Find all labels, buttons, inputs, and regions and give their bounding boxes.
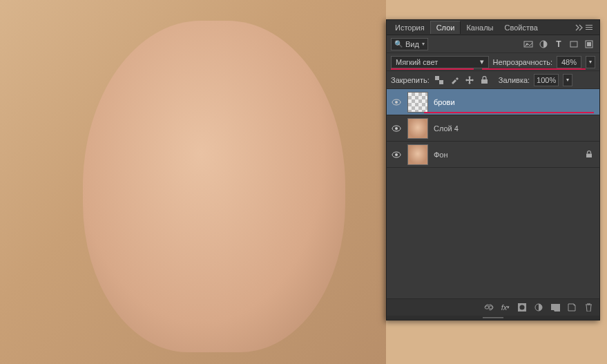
group-icon[interactable] [550, 302, 561, 313]
chevron-down-icon: ▾ [480, 57, 484, 66]
lock-icon[interactable] [586, 151, 592, 158]
visibility-eye-icon[interactable] [391, 123, 402, 134]
svg-rect-5 [587, 42, 591, 46]
filter-smart-icon[interactable] [583, 38, 595, 50]
svg-rect-3 [570, 41, 577, 47]
layer-thumbnail[interactable] [407, 144, 428, 165]
lock-row: Закрепить: Заливка: 100% ▾ [387, 71, 599, 89]
chevron-down-icon: ▾ [422, 41, 425, 47]
image-canvas [0, 0, 386, 364]
opacity-label: Непрозрачность: [493, 58, 552, 66]
layers-panel: История Слои Каналы Свойства 🔍 Вид ▾ T М… [386, 19, 600, 320]
highlight-underline [482, 68, 586, 70]
lock-label: Закрепить: [391, 76, 430, 84]
new-layer-icon[interactable] [566, 302, 577, 313]
filter-type-icon[interactable]: T [552, 38, 565, 50]
search-icon: 🔍 [394, 40, 403, 48]
svg-rect-15 [586, 154, 592, 158]
trash-icon[interactable] [583, 302, 594, 313]
tab-channels[interactable]: Каналы [461, 21, 499, 34]
layers-list: бровиСлой 4Фон [387, 89, 599, 168]
svg-rect-7 [439, 80, 443, 84]
layer-name[interactable]: Слой 4 [434, 124, 459, 133]
svg-rect-6 [435, 76, 439, 80]
filter-pixel-icon[interactable] [522, 38, 534, 50]
filter-kind-label: Вид [405, 40, 419, 48]
opacity-dropdown-button[interactable]: ▾ [586, 56, 595, 68]
layer-name[interactable]: Фон [434, 151, 448, 159]
adjustment-icon[interactable] [533, 302, 544, 313]
filter-adjust-icon[interactable] [537, 38, 550, 50]
link-icon[interactable] [483, 302, 494, 313]
collapse-icon[interactable] [573, 21, 586, 34]
lock-transparent-icon[interactable] [434, 75, 445, 86]
layer-row[interactable]: Слой 4 [387, 115, 599, 142]
panel-tabs: История Слои Каналы Свойства [387, 20, 599, 35]
tab-properties[interactable]: Свойства [499, 21, 543, 34]
svg-point-19 [520, 305, 525, 310]
svg-rect-8 [481, 79, 488, 84]
panel-footer: fx▾ [387, 299, 599, 316]
fill-label: Заливка: [499, 76, 530, 84]
svg-point-10 [395, 101, 398, 104]
lock-paint-icon[interactable] [449, 75, 460, 86]
tab-layers[interactable]: Слои [430, 21, 461, 34]
layer-row[interactable]: Фон [387, 142, 599, 168]
layer-name[interactable]: брови [434, 98, 455, 106]
svg-point-14 [395, 153, 398, 156]
mask-icon[interactable] [517, 302, 528, 313]
visibility-eye-icon[interactable] [391, 97, 402, 108]
layers-empty-area[interactable] [387, 168, 599, 299]
highlight-underline [424, 112, 594, 113]
resize-grip[interactable] [387, 316, 599, 320]
lock-all-icon[interactable] [479, 75, 490, 86]
tab-history[interactable]: История [389, 21, 430, 34]
layer-thumbnail[interactable] [407, 92, 428, 113]
fill-dropdown-button[interactable]: ▾ [563, 74, 572, 86]
opacity-value[interactable]: 48% [557, 56, 581, 68]
filter-shape-icon[interactable] [568, 38, 580, 50]
blend-mode-select[interactable]: Мягкий свет ▾ [391, 56, 489, 68]
svg-point-12 [395, 127, 398, 130]
highlight-underline [391, 68, 474, 70]
fx-icon[interactable]: fx▾ [500, 302, 511, 313]
lock-move-icon[interactable] [464, 75, 475, 86]
fill-value[interactable]: 100% [534, 74, 559, 86]
layer-row[interactable]: брови [387, 89, 599, 115]
panel-menu-icon[interactable] [586, 22, 597, 33]
blend-mode-value: Мягкий свет [396, 58, 438, 66]
filter-row: 🔍 Вид ▾ T [387, 35, 599, 53]
portrait-placeholder [83, 21, 345, 352]
layer-thumbnail[interactable] [407, 118, 428, 139]
visibility-eye-icon[interactable] [391, 149, 402, 160]
filter-kind-select[interactable]: 🔍 Вид ▾ [391, 38, 428, 50]
blend-row: Мягкий свет ▾ Непрозрачность: 48% ▾ [387, 53, 599, 71]
